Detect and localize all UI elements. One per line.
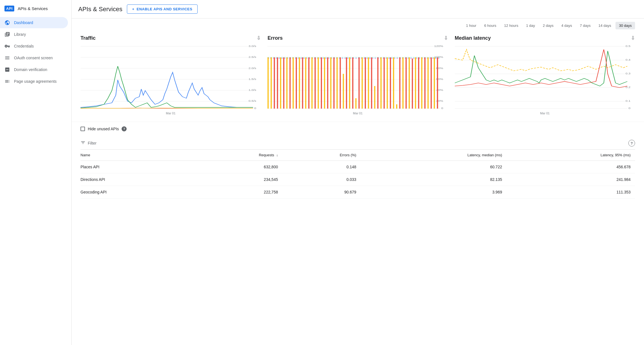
svg-rect-36 bbox=[287, 57, 288, 108]
sidebar-item-label: OAuth consent screen bbox=[14, 56, 53, 60]
charts-section: Traffic ⇩ 3.0/s 2.5/s 2.0/s 1.5/s 1.0/s … bbox=[72, 33, 644, 122]
col-name: Name bbox=[80, 150, 195, 161]
col-requests[interactable]: Requests ↓ bbox=[195, 150, 283, 161]
svg-text:120%: 120% bbox=[434, 44, 443, 47]
table-header: Name Requests ↓ Errors (%) Latency, medi… bbox=[80, 150, 635, 161]
latency-chart-card: Median latency ⇩ 0.5 0.4 0.3 0.2 0.1 0 bbox=[455, 35, 635, 115]
svg-rect-64 bbox=[374, 86, 375, 109]
row-name: Geocoding API bbox=[80, 186, 195, 199]
time-btn-2days[interactable]: 2 days bbox=[539, 22, 557, 29]
sidebar-item-credentials[interactable]: Credentials bbox=[0, 41, 68, 52]
hide-unused-apis-row: Hide unused APIs ? bbox=[80, 126, 635, 131]
table-row[interactable]: Geocoding API 222,758 90.679 3.969 111.3… bbox=[80, 186, 635, 199]
svg-rect-79 bbox=[421, 57, 422, 108]
svg-text:0: 0 bbox=[628, 107, 630, 109]
row-requests: 632,800 bbox=[195, 161, 283, 173]
svg-rect-37 bbox=[290, 57, 291, 108]
time-btn-1hour[interactable]: 1 hour bbox=[463, 22, 480, 29]
filter-label[interactable]: Filter bbox=[88, 141, 96, 145]
svg-rect-45 bbox=[315, 57, 316, 108]
latency-download-icon[interactable]: ⇩ bbox=[631, 35, 635, 41]
time-btn-7days[interactable]: 7 days bbox=[577, 22, 594, 29]
sort-icon: ↓ bbox=[276, 153, 278, 157]
svg-rect-38 bbox=[293, 57, 294, 108]
traffic-chart-title: Traffic bbox=[80, 35, 96, 41]
sidebar-item-oauth[interactable]: OAuth consent screen bbox=[0, 52, 68, 63]
latency-chart-container: 0.5 0.4 0.3 0.2 0.1 0 bbox=[455, 43, 635, 110]
svg-text:1.0/s: 1.0/s bbox=[248, 89, 256, 91]
svg-text:0: 0 bbox=[254, 107, 256, 109]
sidebar-item-domain[interactable]: Domain verification bbox=[0, 64, 68, 75]
svg-text:1.5/s: 1.5/s bbox=[248, 77, 256, 80]
sidebar-item-label: Library bbox=[14, 32, 26, 37]
errors-download-icon[interactable]: ⇩ bbox=[444, 35, 448, 41]
row-requests: 234,545 bbox=[195, 173, 283, 186]
time-btn-12hours[interactable]: 12 hours bbox=[501, 22, 522, 29]
svg-text:0: 0 bbox=[441, 107, 443, 109]
table-help-icon[interactable]: ? bbox=[628, 140, 635, 146]
row-latency-95: 241.984 bbox=[506, 173, 635, 186]
row-latency-95: 456.678 bbox=[506, 161, 635, 173]
row-latency-median: 60.722 bbox=[361, 161, 507, 173]
table-row[interactable]: Directions API 234,545 0.033 82.135 241.… bbox=[80, 173, 635, 186]
svg-rect-57 bbox=[352, 57, 353, 108]
svg-rect-72 bbox=[399, 57, 401, 108]
svg-rect-53 bbox=[340, 57, 341, 108]
time-btn-4days[interactable]: 4 days bbox=[558, 22, 575, 29]
sidebar-item-page-usage[interactable]: Page usage agreements bbox=[0, 76, 68, 87]
row-errors: 0.148 bbox=[282, 161, 361, 173]
hide-unused-checkbox[interactable] bbox=[80, 127, 85, 131]
sidebar-item-dashboard[interactable]: Dashboard bbox=[0, 17, 68, 28]
errors-chart-svg: 120% 100% 80% 60% 40% 20% 0 bbox=[267, 43, 448, 110]
traffic-download-icon[interactable]: ⇩ bbox=[257, 35, 261, 41]
row-latency-95: 111.353 bbox=[506, 186, 635, 199]
svg-rect-74 bbox=[406, 57, 407, 108]
time-btn-6hours[interactable]: 6 hours bbox=[481, 22, 499, 29]
main-header: APIs & Services + ENABLE APIS AND SERVIC… bbox=[72, 0, 644, 18]
page-title: APIs & Services bbox=[78, 6, 122, 13]
enable-apis-button[interactable]: + ENABLE APIS AND SERVICES bbox=[127, 4, 198, 14]
sidebar-app-title: APIs & Services bbox=[18, 6, 48, 11]
svg-rect-41 bbox=[302, 57, 303, 108]
svg-rect-52 bbox=[337, 57, 338, 108]
svg-text:0.5: 0.5 bbox=[626, 44, 631, 47]
row-latency-median: 3.969 bbox=[361, 186, 507, 199]
row-latency-median: 82.135 bbox=[361, 173, 507, 186]
dashboard-icon bbox=[4, 20, 10, 25]
sidebar-item-label: Page usage agreements bbox=[14, 79, 57, 84]
credentials-icon bbox=[4, 43, 10, 49]
col-errors: Errors (%) bbox=[282, 150, 361, 161]
latency-chart-svg: 0.5 0.4 0.3 0.2 0.1 0 bbox=[455, 43, 635, 110]
svg-rect-83 bbox=[434, 57, 435, 108]
sidebar-item-library[interactable]: Library bbox=[0, 29, 68, 40]
api-logo-badge: API bbox=[4, 6, 14, 11]
table-row[interactable]: Places API 632,800 0.148 60.722 456.678 bbox=[80, 161, 635, 173]
time-btn-1day[interactable]: 1 day bbox=[523, 22, 538, 29]
svg-rect-35 bbox=[283, 57, 284, 108]
api-table: Name Requests ↓ Errors (%) Latency, medi… bbox=[80, 150, 635, 199]
svg-rect-66 bbox=[380, 57, 382, 108]
svg-text:3.0/s: 3.0/s bbox=[248, 44, 256, 47]
svg-rect-43 bbox=[308, 57, 309, 108]
svg-rect-78 bbox=[418, 57, 419, 108]
svg-rect-77 bbox=[415, 57, 416, 108]
main-content: APIs & Services + ENABLE APIS AND SERVIC… bbox=[72, 0, 644, 345]
svg-rect-82 bbox=[431, 57, 432, 108]
svg-rect-71 bbox=[396, 104, 397, 108]
svg-rect-54 bbox=[343, 74, 344, 108]
row-errors: 90.679 bbox=[282, 186, 361, 199]
svg-text:0.3: 0.3 bbox=[626, 72, 631, 75]
errors-chart-card: Errors ⇩ 120% 100% 80% 60% 40% 20% 0 bbox=[267, 35, 448, 115]
time-btn-30days[interactable]: 30 days bbox=[615, 22, 635, 29]
svg-text:0.1: 0.1 bbox=[626, 100, 631, 102]
latency-x-label: Mar 01 bbox=[455, 112, 635, 115]
svg-rect-70 bbox=[393, 57, 394, 108]
time-btn-14days[interactable]: 14 days bbox=[595, 22, 615, 29]
sidebar-item-label: Domain verification bbox=[14, 67, 47, 72]
svg-rect-67 bbox=[384, 57, 385, 108]
latency-chart-header: Median latency ⇩ bbox=[455, 35, 635, 41]
hide-unused-help-icon[interactable]: ? bbox=[122, 126, 127, 131]
errors-chart-header: Errors ⇩ bbox=[267, 35, 448, 41]
svg-rect-48 bbox=[324, 57, 325, 108]
svg-rect-84 bbox=[437, 57, 438, 108]
